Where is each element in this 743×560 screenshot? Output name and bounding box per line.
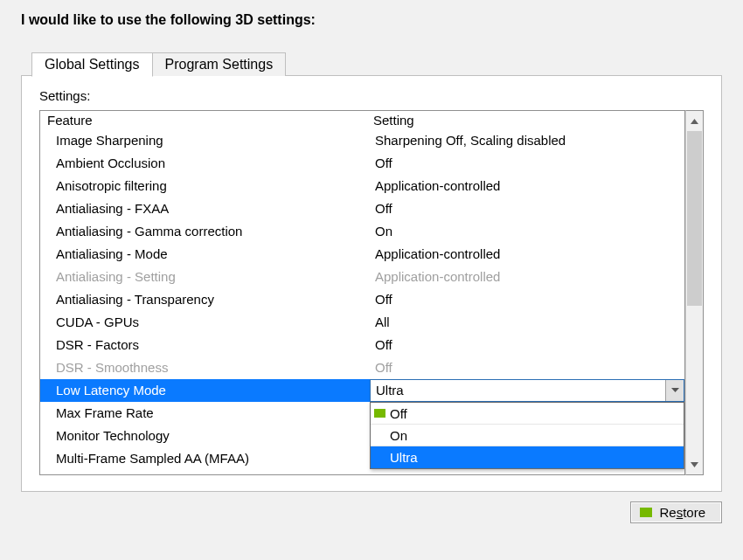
setting-cell: Sharpening Off, Scaling disabled <box>370 129 684 152</box>
table-row[interactable]: OpenGL rendering GPU Auto-select <box>40 470 684 475</box>
scroll-track[interactable] <box>686 131 703 454</box>
setting-cell: Application-controlled <box>370 243 684 266</box>
scroll-down-icon[interactable] <box>686 454 703 474</box>
tab-bar: Global Settings Program Settings <box>31 52 722 76</box>
setting-cell: Auto-select <box>370 470 684 475</box>
chevron-down-icon[interactable] <box>665 380 684 401</box>
column-header-feature: Feature <box>40 111 370 129</box>
feature-cell: Ambient Occlusion <box>40 152 370 175</box>
feature-cell: Antialiasing - FXAA <box>40 197 370 220</box>
feature-cell: Antialiasing - Mode <box>40 243 370 266</box>
settings-label: Settings: <box>39 88 704 103</box>
setting-cell: Off <box>370 197 684 220</box>
feature-cell: Antialiasing - Setting <box>40 266 370 288</box>
feature-cell: CUDA - GPUs <box>40 311 370 334</box>
option-label: Ultra <box>390 450 418 465</box>
table-row[interactable]: Ambient Occlusion Off <box>40 152 684 175</box>
table-row: Antialiasing - Setting Application-contr… <box>40 266 684 288</box>
dropdown-option[interactable]: On <box>371 425 684 446</box>
feature-cell: Max Frame Rate <box>40 402 370 425</box>
setting-cell: Off <box>370 356 684 379</box>
table-row-selected[interactable]: Low Latency Mode Ultra <box>40 379 684 402</box>
table-row[interactable]: CUDA - GPUs All <box>40 311 684 334</box>
table-row[interactable]: DSR - Factors Off <box>40 334 684 356</box>
feature-cell: DSR - Factors <box>40 334 370 356</box>
table-row[interactable]: Antialiasing - Gamma correction On <box>40 220 684 243</box>
setting-cell: Off <box>370 152 684 175</box>
settings-list: Feature Setting Image Sharpening Sharpen… <box>39 110 685 475</box>
nvidia-logo-icon <box>374 409 385 418</box>
setting-cell: Off <box>370 334 684 356</box>
dropdown-value: Ultra <box>371 379 665 402</box>
feature-cell: DSR - Smoothness <box>40 356 370 379</box>
setting-cell: All <box>370 311 684 334</box>
restore-label: Restore <box>659 505 705 520</box>
setting-cell: Application-controlled <box>370 175 684 197</box>
setting-cell: Application-controlled <box>370 266 684 288</box>
settings-panel: Settings: Feature Setting Image Sharpeni… <box>21 75 722 492</box>
feature-cell: Image Sharpening <box>40 129 370 152</box>
tab-global-settings[interactable]: Global Settings <box>31 52 153 77</box>
feature-cell: Antialiasing - Transparency <box>40 288 370 311</box>
dropdown-list: Off On Ultra <box>370 402 684 469</box>
table-row[interactable]: Anisotropic filtering Application-contro… <box>40 175 684 197</box>
table-row[interactable]: Antialiasing - Mode Application-controll… <box>40 243 684 266</box>
restore-button[interactable]: Restore <box>630 501 722 523</box>
dropdown-option[interactable]: Ultra <box>371 446 684 468</box>
table-row[interactable]: Antialiasing - Transparency Off <box>40 288 684 311</box>
table-row: DSR - Smoothness Off <box>40 356 684 379</box>
setting-cell: Off <box>370 288 684 311</box>
grid-header: Feature Setting <box>40 111 684 129</box>
column-header-setting: Setting <box>370 111 684 129</box>
setting-dropdown[interactable]: Ultra <box>370 379 684 402</box>
table-row[interactable]: Antialiasing - FXAA Off <box>40 197 684 220</box>
table-row[interactable]: Image Sharpening Sharpening Off, Scaling… <box>40 129 684 152</box>
feature-cell: Low Latency Mode <box>40 379 370 402</box>
scroll-up-icon[interactable] <box>686 111 703 131</box>
setting-cell: On <box>370 220 684 243</box>
feature-cell: Antialiasing - Gamma correction <box>40 220 370 243</box>
vertical-scrollbar[interactable] <box>685 110 704 475</box>
feature-cell: Anisotropic filtering <box>40 175 370 197</box>
feature-cell: Multi-Frame Sampled AA (MFAA) <box>40 447 370 470</box>
tab-program-settings[interactable]: Program Settings <box>153 52 287 76</box>
feature-cell: Monitor Technology <box>40 425 370 447</box>
scroll-thumb[interactable] <box>687 131 702 306</box>
option-label: Off <box>390 406 407 421</box>
option-label: On <box>390 428 407 443</box>
page-heading: I would like to use the following 3D set… <box>21 12 722 28</box>
nvidia-logo-icon <box>640 508 652 517</box>
dropdown-option[interactable]: Off <box>371 403 684 425</box>
feature-cell: OpenGL rendering GPU <box>40 470 370 475</box>
